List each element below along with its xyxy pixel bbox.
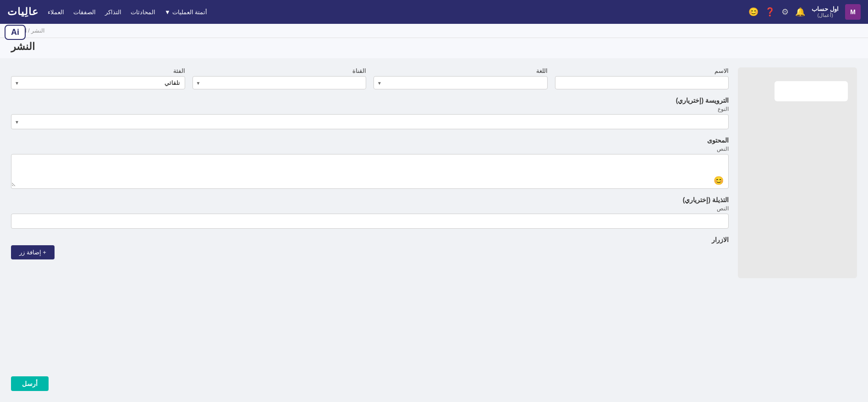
navbar: M اول حساب (أعمال) 🔔 ⚙ ❓ 😊 أتمتة العمليا… [0, 0, 868, 24]
channel-select-wrapper [192, 76, 367, 89]
settings-icon[interactable]: ⚙ [781, 7, 789, 17]
category-select-wrapper: تلقائي [11, 76, 185, 89]
footer-text-input[interactable] [11, 214, 729, 229]
buttons-row: + إضافة زر [11, 245, 729, 259]
language-select[interactable] [374, 76, 548, 89]
channel-group: القناة [192, 67, 367, 89]
content-section-label: المحتوى [11, 137, 729, 144]
main-content: الاسم اللغة القناة [0, 58, 868, 287]
header-section: الترويسة (إخترياري) النوع [11, 97, 729, 129]
bell-icon[interactable]: 🔔 [795, 7, 805, 17]
category-label: الفئة [11, 67, 185, 74]
breadcrumb-bar: النشر / الإنشاء [0, 24, 868, 38]
filters-row: الاسم اللغة القناة [11, 67, 729, 89]
channel-select[interactable] [192, 76, 367, 89]
logo: عالِيات [7, 6, 38, 18]
nav-tickets[interactable]: التذاكر [105, 9, 121, 16]
text-textarea-wrapper: 😊 [11, 154, 729, 189]
ai-badge[interactable]: Ai [5, 25, 26, 40]
form-side: الاسم اللغة القناة [11, 67, 729, 278]
header-section-label: الترويسة (إخترياري) [11, 97, 729, 104]
category-group: الفئة تلقائي [11, 67, 185, 89]
type-label: النوع [11, 106, 729, 112]
language-group: اللغة [374, 67, 548, 89]
footer-text-label: النص [11, 205, 729, 212]
account-sub: (أعمال) [812, 12, 839, 18]
avatar: M [845, 4, 861, 20]
content-section: المحتوى النص 😊 [11, 137, 729, 189]
help-icon[interactable]: ❓ [765, 7, 775, 17]
send-button[interactable]: أرسل [11, 376, 49, 391]
account-info: اول حساب (أعمال) [812, 6, 839, 18]
type-select-wrapper [11, 114, 729, 129]
nav-automation[interactable]: أتمتة العمليات ▼ [165, 9, 208, 16]
name-input[interactable] [555, 76, 729, 89]
language-label: اللغة [374, 67, 548, 74]
text-textarea[interactable] [11, 154, 728, 187]
footer-section: التذيلة (إخترياري) النص [11, 196, 729, 229]
navbar-left: M اول حساب (أعمال) 🔔 ⚙ ❓ 😊 [748, 4, 861, 20]
buttons-section: الازرار + إضافة زر [11, 236, 729, 259]
nav-deals[interactable]: الصفقات [73, 9, 96, 16]
navbar-right: أتمتة العمليات ▼ المحادثات التذاكر الصفق… [7, 6, 208, 18]
buttons-section-label: الازرار [11, 236, 729, 243]
page-title: النشر [11, 41, 35, 53]
footer-section-label: التذيلة (إخترياري) [11, 196, 729, 204]
nav-chats[interactable]: المحادثات [131, 9, 155, 16]
emoji-button[interactable]: 😊 [714, 176, 724, 186]
nav-customers[interactable]: العملاء [48, 9, 64, 16]
account-name: اول حساب [812, 6, 839, 12]
type-select[interactable] [11, 114, 729, 129]
name-label: الاسم [555, 67, 729, 74]
category-select[interactable]: تلقائي [11, 76, 185, 89]
preview-panel [738, 67, 857, 278]
preview-bubble [775, 81, 848, 101]
name-group: الاسم [555, 67, 729, 89]
content-text-label: النص [11, 146, 729, 152]
face-icon[interactable]: 😊 [748, 7, 758, 17]
page-title-bar: النشر [0, 38, 868, 58]
channel-label: القناة [192, 67, 367, 74]
language-select-wrapper [374, 76, 548, 89]
add-button-btn[interactable]: + إضافة زر [11, 245, 55, 259]
